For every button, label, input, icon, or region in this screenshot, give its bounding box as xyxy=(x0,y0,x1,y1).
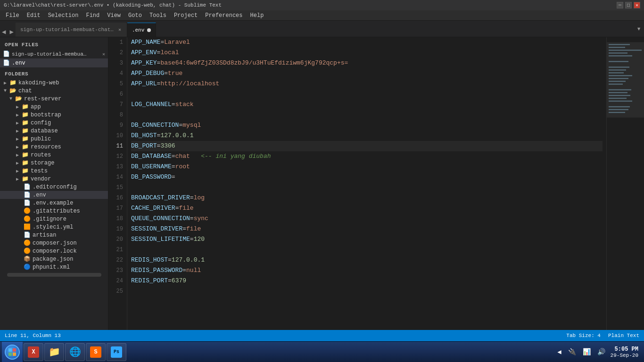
maximize-button[interactable]: □ xyxy=(625,2,632,8)
tree-folder-public[interactable]: ▶ 📁 public xyxy=(0,135,108,143)
folder-arrow: ▶ xyxy=(16,136,22,142)
file-label: .env.example xyxy=(33,200,73,206)
tree-folder-config[interactable]: ▶ 📁 config xyxy=(0,119,108,127)
menu-item-goto[interactable]: Goto xyxy=(124,11,146,20)
tree-folder-bootstrap[interactable]: ▶ 📁 bootstrap xyxy=(0,111,108,119)
tab-html-close[interactable]: ✕ xyxy=(117,26,122,33)
folder-arrow: ▶ xyxy=(4,80,9,86)
tree-file-env-example[interactable]: 📄 .env.example xyxy=(0,199,108,207)
tree-folder-kakoding-web[interactable]: ▶ 📁 kakoding-web xyxy=(0,79,108,87)
folder-arrow: ▶ xyxy=(16,176,22,182)
nav-back-arrow[interactable]: ◀ xyxy=(0,27,8,37)
editor[interactable]: 1 2 3 4 5 6 7 8 9 10 11 12 13 14 15 16 1… xyxy=(108,37,644,330)
menu-item-file[interactable]: File xyxy=(2,11,23,20)
open-file-env[interactable]: 📄 .env xyxy=(0,58,108,67)
file-icon: 🔵 xyxy=(24,263,31,271)
tree-file-gitignore[interactable]: 🟠 .gitignore xyxy=(0,215,108,223)
folder-arrow: ▶ xyxy=(16,168,22,174)
line-num-21: 21 xyxy=(108,245,123,255)
tree-file-package-json[interactable]: 📦 package.json xyxy=(0,255,108,263)
tree-folder-resources[interactable]: ▶ 📁 resources xyxy=(0,143,108,151)
code-line-12: DB_DATABASE=chat <-- ini yang diubah xyxy=(131,151,603,162)
tree-file-artisan[interactable]: 📄 artisan xyxy=(0,231,108,239)
tree-folder-storage[interactable]: ▶ 📁 storage xyxy=(0,159,108,167)
folder-icon: 📁 xyxy=(22,167,29,174)
folder-label: app xyxy=(31,104,41,110)
code-line-4: APP_DEBUG=true xyxy=(131,68,603,79)
tree-folder-rest-server[interactable]: ▼ 📂 rest-server xyxy=(0,95,108,103)
folder-icon: 📁 xyxy=(22,103,29,110)
file-label: .env xyxy=(33,192,46,198)
taskbar-app-xampp[interactable]: X xyxy=(24,343,43,361)
open-file-html[interactable]: 📄 sign-up-tutorial-membuat-chat-app- ✕ xyxy=(0,49,108,58)
folder-icon: 📁 xyxy=(22,159,29,166)
syntax-label[interactable]: Plain Text xyxy=(608,333,639,338)
file-label: .gitignore xyxy=(33,216,66,222)
folder-icon: 📁 xyxy=(22,151,29,158)
files-icon: 📁 xyxy=(49,346,60,358)
folder-label: storage xyxy=(31,160,54,166)
svg-rect-22 xyxy=(607,42,644,118)
folder-label: config xyxy=(31,120,51,126)
file-label: .editorconfig xyxy=(33,184,77,190)
minimize-button[interactable]: ─ xyxy=(617,2,623,8)
file-label: composer.lock xyxy=(33,248,77,255)
code-line-1: APP_NAME=Laravel xyxy=(131,37,603,48)
file-icon: 🟠 xyxy=(24,215,31,222)
menu-item-view[interactable]: View xyxy=(103,11,124,20)
tree-file-composer-lock[interactable]: 🟠 composer.lock xyxy=(0,247,108,255)
statusbar-right: Tab Size: 4 Plain Text xyxy=(566,333,639,338)
line-num-12: 12 xyxy=(108,151,123,162)
tab-size[interactable]: Tab Size: 4 xyxy=(566,333,601,338)
tree-folder-app[interactable]: ▶ 📁 app xyxy=(0,103,108,111)
open-file-html-close[interactable]: ✕ xyxy=(102,51,105,57)
tree-file-gitattributes[interactable]: 🟠 .gitattributes xyxy=(0,207,108,215)
taskbar-right: ◀ 🔌 📊 🔊 5:05 PM 29-Sep-20 xyxy=(556,346,642,358)
taskbar-app-chrome[interactable]: 🌐 xyxy=(65,343,85,361)
menu-item-preferences[interactable]: Preferences xyxy=(201,11,246,20)
minimap xyxy=(606,37,644,330)
tab-env-label: .env xyxy=(132,27,144,33)
tree-folder-vendor[interactable]: ▶ 📁 vendor xyxy=(0,175,108,183)
network-icon[interactable]: 🔌 xyxy=(567,347,578,357)
line-numbers: 1 2 3 4 5 6 7 8 9 10 11 12 13 14 15 16 1… xyxy=(108,37,127,330)
tree-file-phpunit[interactable]: 🔵 phpunit.xml xyxy=(0,263,108,271)
tree-file-composer-json[interactable]: 🟠 composer.json xyxy=(0,239,108,247)
tab-html-label: sign-up-tutorial-membuat-chat-app-dengan… xyxy=(20,27,115,33)
clock[interactable]: 5:05 PM 29-Sep-20 xyxy=(611,346,638,358)
menu-item-edit[interactable]: Edit xyxy=(23,11,44,20)
tree-folder-tests[interactable]: ▶ 📁 tests xyxy=(0,167,108,175)
folder-label: routes xyxy=(31,152,51,158)
performance-icon[interactable]: 📊 xyxy=(581,347,592,357)
tree-file-env[interactable]: 📄 .env xyxy=(0,191,108,199)
tab-env[interactable]: .env xyxy=(127,23,156,37)
tree-folder-chat[interactable]: ▼ 📂 chat xyxy=(0,87,108,95)
systray-arrow-icon[interactable]: ◀ xyxy=(556,347,562,357)
code-line-22: REDIS_HOST=127.0.0.1 xyxy=(131,255,603,265)
tree-file-styleci[interactable]: 🟧 .styleci.yml xyxy=(0,223,108,231)
menu-item-find[interactable]: Find xyxy=(82,11,103,20)
tab-html[interactable]: sign-up-tutorial-membuat-chat-app-dengan… xyxy=(16,23,127,37)
taskbar-app-files[interactable]: 📁 xyxy=(44,343,64,361)
tree-file-editorconfig[interactable]: 📄 .editorconfig xyxy=(0,183,108,191)
taskbar-app-photoshop[interactable]: Ps xyxy=(107,343,126,361)
nav-forward-arrow[interactable]: ▶ xyxy=(8,27,15,37)
close-button[interactable]: ✕ xyxy=(634,2,640,8)
line-num-13: 13 xyxy=(108,162,123,172)
tree-folder-database[interactable]: ▶ 📁 database xyxy=(0,127,108,135)
menu-item-selection[interactable]: Selection xyxy=(44,11,83,20)
code-line-17: CACHE_DRIVER=file xyxy=(131,203,603,214)
volume-icon[interactable]: 🔊 xyxy=(596,347,607,357)
menu-item-tools[interactable]: Tools xyxy=(146,11,170,20)
menu-item-help[interactable]: Help xyxy=(247,11,268,20)
tabs-dropdown[interactable]: ▾ xyxy=(636,21,644,37)
taskbar-app-sublime[interactable]: S xyxy=(86,343,106,361)
code-line-23: REDIS_PASSWORD=null xyxy=(131,265,603,276)
folder-icon: 📁 xyxy=(22,119,29,126)
menu-item-project[interactable]: Project xyxy=(170,11,201,20)
tree-folder-routes[interactable]: ▶ 📁 routes xyxy=(0,151,108,159)
titlebar-title: G:\laravel\chat\rest-server\.env • (kako… xyxy=(4,2,222,8)
code-content[interactable]: APP_NAME=Laravel APP_ENV=local APP_KEY=b… xyxy=(127,37,606,330)
start-button[interactable] xyxy=(2,342,23,362)
line-num-9: 9 xyxy=(108,120,123,131)
